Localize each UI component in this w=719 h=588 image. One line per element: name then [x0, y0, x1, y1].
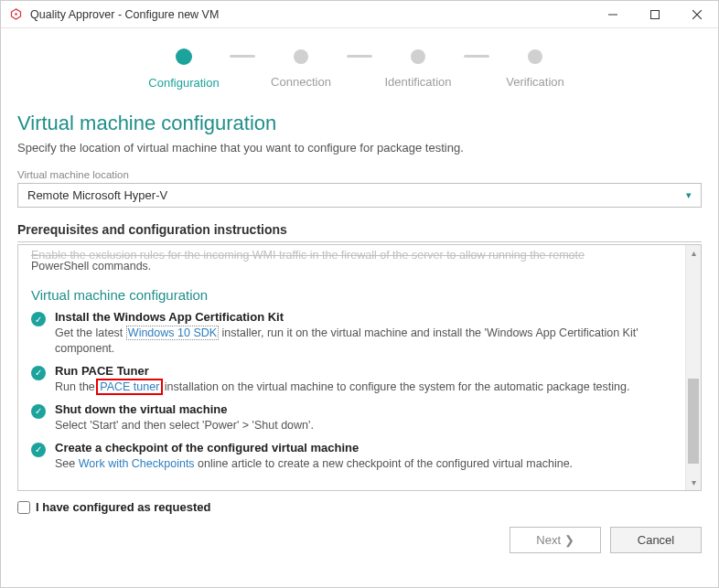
scroll-thumb[interactable]	[688, 379, 699, 465]
prereq-item-pace: ✓ Run PACE Tuner Run the PACE tuner inst…	[31, 364, 672, 395]
step-label: Identification	[385, 75, 452, 89]
check-circle-icon: ✓	[31, 443, 46, 457]
prereq-title: Run PACE Tuner	[55, 364, 629, 378]
page-description: Specify the location of virtual machine …	[17, 141, 702, 155]
svg-point-1	[15, 13, 17, 16]
chevron-down-icon: ▾	[686, 189, 692, 201]
step-dot-icon	[528, 49, 542, 64]
step-connection[interactable]: Connection	[257, 49, 345, 89]
check-circle-icon: ✓	[31, 404, 46, 419]
app-logo-icon	[8, 7, 23, 22]
page-title: Virtual machine configuration	[17, 112, 702, 135]
checkpoints-link[interactable]: Work with Checkpoints	[79, 457, 195, 470]
content-area: Virtual machine configuration Specify th…	[1, 99, 718, 491]
instructions-scroll[interactable]: Enable the exclusion rules for the incom…	[18, 245, 685, 490]
step-label: Configuration	[148, 76, 219, 90]
vm-location-label: Virtual machine location	[17, 169, 702, 180]
confirm-checkbox[interactable]	[17, 501, 30, 514]
prereq-desc: Select 'Start' and then select 'Power' >…	[55, 418, 314, 433]
check-circle-icon: ✓	[31, 366, 46, 380]
prereq-title: Install the Windows App Certification Ki…	[55, 310, 672, 324]
step-dot-icon	[294, 49, 308, 64]
prereq-item-shutdown: ✓ Shut down the virtual machine Select '…	[31, 402, 672, 433]
vm-location-value: Remote Microsoft Hyper-V	[27, 188, 167, 202]
prereq-title: Create a checkpoint of the configured vi…	[55, 441, 573, 454]
wizard-stepper: Configuration Connection Identification …	[1, 28, 718, 99]
step-configuration[interactable]: Configuration	[140, 48, 228, 90]
sdk-link[interactable]: Windows 10 SDK	[126, 326, 219, 340]
prereq-item-checkpoint: ✓ Create a checkpoint of the configured …	[31, 441, 672, 472]
step-identification[interactable]: Identification	[374, 49, 462, 89]
vm-config-subheading: Virtual machine configuration	[31, 287, 672, 303]
step-dot-icon	[176, 48, 192, 65]
close-button[interactable]	[676, 1, 718, 28]
vm-location-select[interactable]: Remote Microsoft Hyper-V ▾	[17, 183, 702, 208]
step-verification[interactable]: Verification	[491, 49, 579, 89]
step-label: Verification	[506, 75, 564, 89]
scroll-up-icon[interactable]: ▴	[686, 245, 701, 261]
vertical-scrollbar[interactable]: ▴ ▾	[685, 245, 701, 490]
confirm-row: I have configured as requested	[1, 491, 718, 523]
step-connector	[464, 55, 489, 58]
pace-tuner-link[interactable]: PACE tuner	[100, 380, 159, 393]
check-circle-icon: ✓	[31, 312, 46, 326]
confirm-label[interactable]: I have configured as requested	[36, 500, 210, 514]
prereq-desc: See Work with Checkpoints online article…	[55, 456, 573, 472]
step-label: Connection	[271, 75, 331, 89]
step-dot-icon	[411, 49, 425, 64]
prereq-item-wack: ✓ Install the Windows App Certification …	[31, 310, 672, 357]
maximize-button[interactable]	[634, 1, 676, 28]
scroll-track[interactable]	[686, 261, 701, 475]
prereq-title: Shut down the virtual machine	[55, 402, 314, 416]
prereq-heading: Prerequisites and configuration instruct…	[17, 222, 702, 242]
step-connector	[347, 55, 372, 58]
footer: Next ❯ Cancel	[1, 523, 718, 566]
next-button[interactable]: Next ❯	[510, 527, 601, 553]
instructions-panel: Enable the exclusion rules for the incom…	[17, 244, 702, 491]
minimize-button[interactable]	[592, 1, 634, 28]
svg-rect-3	[651, 10, 660, 18]
cancel-button[interactable]: Cancel	[610, 527, 702, 553]
prereq-desc: Run the PACE tuner installation on the v…	[55, 380, 629, 395]
scroll-down-icon[interactable]: ▾	[686, 475, 701, 490]
window-title: Quality Approver - Configure new VM	[30, 8, 592, 21]
truncated-paragraph: PowerShell commands.	[31, 260, 672, 273]
chevron-right-icon: ❯	[564, 533, 574, 547]
prereq-desc: Get the latest Windows 10 SDK installer,…	[55, 326, 672, 357]
step-connector	[230, 55, 255, 58]
title-bar: Quality Approver - Configure new VM	[1, 1, 718, 28]
